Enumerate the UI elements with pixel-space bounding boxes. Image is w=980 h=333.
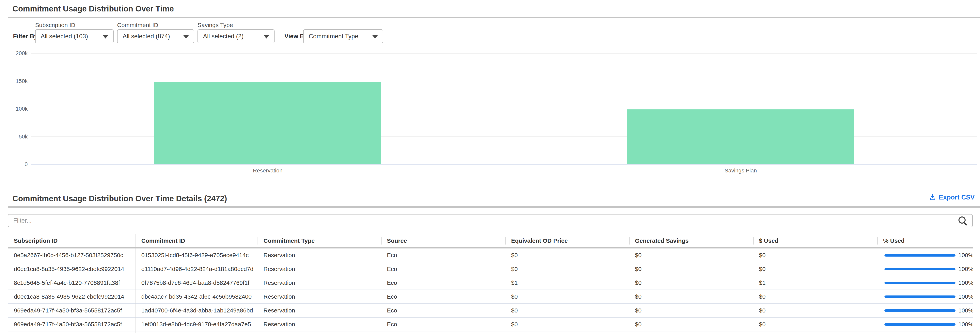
usage-bar-chart: 200k150k100k50k0ReservationSavings Plan — [31, 53, 977, 164]
export-csv-label: Export CSV — [939, 194, 975, 201]
y-axis-tick-label: 100k — [16, 106, 28, 112]
cell-subscription-id: 0e5a2667-fb0c-4456-b127-503f2529750c — [8, 248, 135, 262]
cell-used-pct: 100% — [877, 317, 973, 331]
cell-commitment-id: 1ef0013d-e8b8-4dc9-9178-e4fa27daa7e5 — [135, 317, 258, 331]
cell-subscription-id: 969eda49-717f-4a50-bf3a-56558172ac5f — [8, 304, 135, 317]
column-header-used[interactable]: $ Used — [753, 234, 877, 248]
filter-label-commitment-id: Commitment ID — [117, 22, 158, 29]
cell-equivalent-od-price: $0 — [505, 248, 629, 262]
cell-equivalent-od-price: $0 — [505, 262, 629, 276]
cell-used-pct: 100% — [877, 262, 973, 276]
table-row: 8c1d5645-5fef-4a4c-b120-7708891fa38f0f78… — [8, 276, 973, 290]
cell-generated-savings: $0 — [629, 248, 753, 262]
cell-equivalent-od-price: $0 — [505, 317, 629, 331]
cell-commitment-type: Reservation — [258, 262, 381, 276]
cell-used-pct: 100% — [877, 304, 973, 317]
cell-subscription-id: 8c1d5645-5fef-4a4c-b120-7708891fa38f — [8, 276, 135, 290]
cell-generated-savings: $0 — [629, 317, 753, 331]
cell-source: Eco — [381, 304, 505, 317]
column-header-source[interactable]: Source — [381, 234, 505, 248]
chevron-down-icon — [183, 35, 189, 38]
bar-reservation[interactable] — [154, 82, 381, 164]
filter-label-subscription-id: Subscription ID — [35, 22, 75, 29]
used-pct-progress-bar — [885, 254, 956, 257]
column-header-generated-savings[interactable]: Generated Savings — [629, 234, 753, 248]
cell-commitment-id: 1ad40700-6f4e-4a3d-abba-1ab1249a86bd — [135, 304, 258, 317]
cell-generated-savings: $0 — [629, 276, 753, 290]
used-pct-label: 100% — [958, 293, 973, 300]
table-row-partial — [8, 331, 973, 333]
table-filter-input[interactable] — [8, 214, 973, 227]
cell-equivalent-od-price: $0 — [505, 304, 629, 317]
filter-dropdown-value: All selected (2) — [203, 33, 243, 40]
cell-subscription-id: d0ec1ca8-8a35-4935-9622-cbefc9922014 — [8, 262, 135, 276]
details-table: Subscription IDCommitment IDCommitment T… — [8, 234, 973, 333]
cell-used-dollars: $0 — [753, 262, 877, 276]
cell-used-pct: 100% — [877, 290, 973, 304]
y-axis-tick-label: 150k — [16, 78, 28, 84]
used-pct-progress-bar — [885, 309, 956, 312]
table-filter — [8, 214, 973, 227]
gridline — [31, 53, 977, 54]
cell-equivalent-od-price: $0 — [505, 290, 629, 304]
cell-source: Eco — [381, 276, 505, 290]
cell-used-pct: 100% — [877, 276, 973, 290]
filter-dropdown-commitment-id[interactable]: All selected (874) — [117, 29, 194, 43]
table-row: d0ec1ca8-8a35-4935-9622-cbefc9922014e111… — [8, 262, 973, 276]
cell-commitment-id: dbc4aac7-bd35-4342-af6c-4c56b9582400 — [135, 290, 258, 304]
cell-source: Eco — [381, 248, 505, 262]
y-axis-tick-label: 0 — [24, 161, 28, 167]
details-title: Commitment Usage Distribution Over Time … — [13, 194, 227, 203]
filter-dropdown-value: All selected (103) — [41, 33, 88, 40]
cell-commitment-type: Reservation — [258, 276, 381, 290]
cell-source: Eco — [381, 290, 505, 304]
column-header-equivalent-od-price[interactable]: Equivalent OD Price — [505, 234, 629, 248]
search-icon[interactable] — [958, 216, 967, 225]
cell-used-dollars: $0 — [753, 290, 877, 304]
commitment-usage-page: Commitment Usage Distribution Over Time … — [0, 0, 980, 333]
download-icon — [929, 194, 936, 201]
cell-commitment-id: 0f7875b8-d7c6-46d4-baa8-d58247769f1f — [135, 276, 258, 290]
filter-label-savings-type: Savings Type — [197, 22, 233, 29]
cell-commitment-id: 0153025f-fcd8-45f6-9429-e705ece9414c — [135, 248, 258, 262]
used-pct-label: 100% — [958, 252, 973, 258]
bar-savings-plan[interactable] — [627, 110, 854, 164]
title-divider — [8, 17, 980, 18]
cell-subscription-id: d0ec1ca8-8a35-4935-9622-cbefc9922014 — [8, 290, 135, 304]
used-pct-progress-bar — [885, 323, 956, 326]
column-header-commitment-id[interactable]: Commitment ID — [135, 234, 258, 248]
cell-subscription-id: 969eda49-717f-4a50-bf3a-56558172ac5f — [8, 317, 135, 331]
column-header-used[interactable]: % Used — [877, 234, 973, 248]
filter-dropdown-subscription-id[interactable]: All selected (103) — [35, 29, 114, 43]
table-row: 969eda49-717f-4a50-bf3a-56558172ac5f1ad4… — [8, 304, 973, 317]
cell-used-pct: 100% — [877, 248, 973, 262]
chevron-down-icon — [264, 35, 269, 38]
cell-commitment-type: Reservation — [258, 290, 381, 304]
chevron-down-icon — [372, 35, 378, 38]
cell-used-dollars: $0 — [753, 317, 877, 331]
cell-commitment-type: Reservation — [258, 248, 381, 262]
export-csv-button[interactable]: Export CSV — [929, 194, 975, 201]
filter-dropdown-savings-type[interactable]: All selected (2) — [197, 29, 275, 43]
table-header-row: Subscription IDCommitment IDCommitment T… — [8, 234, 973, 248]
y-axis-tick-label: 50k — [19, 134, 28, 140]
cell-used-dollars: $0 — [753, 304, 877, 317]
used-pct-progress-bar — [885, 282, 956, 284]
table-row: 969eda49-717f-4a50-bf3a-56558172ac5f1ef0… — [8, 317, 973, 331]
view-by-dropdown[interactable]: Commitment Type — [303, 29, 383, 43]
column-header-commitment-type[interactable]: Commitment Type — [258, 234, 381, 248]
details-divider — [8, 206, 980, 208]
used-pct-progress-bar — [885, 295, 956, 298]
x-axis-category-label: Savings Plan — [725, 167, 757, 174]
used-pct-label: 100% — [958, 307, 973, 314]
used-pct-progress-bar — [885, 268, 956, 270]
cell-commitment-id: e1110ad7-4d96-4d22-824a-d181a80ecd7d — [135, 262, 258, 276]
used-pct-label: 100% — [958, 279, 973, 286]
used-pct-label: 100% — [958, 321, 973, 328]
column-header-subscription-id[interactable]: Subscription ID — [8, 234, 135, 248]
view-by-value: Commitment Type — [309, 33, 358, 40]
table-row: 0e5a2667-fb0c-4456-b127-503f2529750c0153… — [8, 248, 973, 262]
cell-source: Eco — [381, 317, 505, 331]
cell-commitment-type: Reservation — [258, 304, 381, 317]
cell-equivalent-od-price: $1 — [505, 276, 629, 290]
